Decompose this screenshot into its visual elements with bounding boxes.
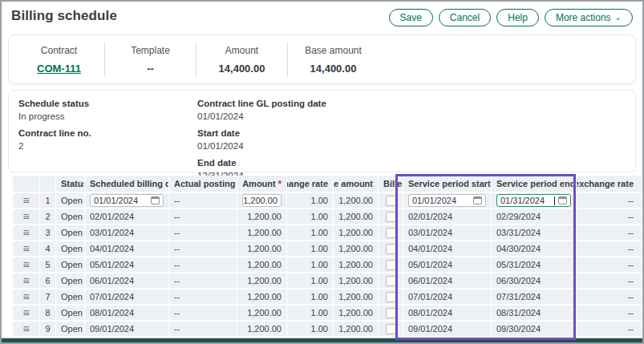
summary-base-amount-value: 14,400.00: [288, 63, 379, 75]
row-number: 2: [40, 209, 56, 224]
cell-status: Open: [56, 209, 85, 224]
cell-actual-posting-date: --: [169, 257, 237, 272]
cell-base-amount: 1,200.00: [334, 322, 379, 336]
cell-status: Open: [56, 306, 85, 320]
drag-handle-icon[interactable]: ≡: [22, 325, 29, 333]
header-exchange-rate: Exchange rate: [287, 176, 334, 192]
calendar-icon[interactable]: [558, 196, 567, 204]
table-row: ≡5Open05/01/2024--1,200.001.001,200.0005…: [13, 257, 642, 272]
cell-base-amount: 1,200.00: [334, 225, 379, 240]
save-button[interactable]: Save: [389, 9, 433, 26]
service-period-end-date-input[interactable]: 01/31/2024: [496, 194, 571, 207]
billed-checkbox[interactable]: [386, 292, 396, 302]
scheduled-billing-date-input-value: 01/01/2024: [94, 196, 138, 205]
billing-schedule-table: Status Scheduled billing date* Actual po…: [13, 176, 642, 344]
service-period-start-date-input[interactable]: 01/01/2024: [408, 194, 486, 207]
amount-input[interactable]: 1,200.00: [242, 194, 281, 207]
cell-scheduled-billing-date: 06/01/2024: [85, 273, 169, 288]
cell-base-amount: 1,200.00: [334, 209, 379, 224]
help-button[interactable]: Help: [496, 9, 539, 26]
row-cell-drag: ≡: [13, 306, 40, 320]
cell-base-amount: 1,200.00: [334, 306, 379, 320]
calendar-icon[interactable]: [473, 196, 482, 204]
details-right-column: Contract line GL posting date 01/01/2024…: [197, 99, 626, 164]
service-period-start-date-input-value: 01/01/2024: [412, 196, 456, 205]
cell-status: Open: [56, 322, 85, 336]
header-actual-posting-date: Actual posting date: [169, 176, 237, 192]
row-cell-drag: ≡: [13, 225, 40, 240]
header-amount: Amount*: [237, 176, 287, 192]
billed-checkbox[interactable]: [386, 324, 396, 334]
cell-service-period-start-date: 07/01/2024: [403, 289, 492, 304]
summary-amount-label: Amount: [196, 45, 287, 56]
contract-summary-card: Contract COM-111 Template -- Amount 14,4…: [8, 34, 636, 84]
billed-checkbox[interactable]: [386, 244, 396, 254]
cell-billed: [379, 289, 403, 304]
action-buttons: Save Cancel Help More actions ⌄: [389, 9, 634, 26]
cell-scheduled-billing-date: 03/01/2024: [85, 225, 169, 240]
text-caret: [554, 196, 555, 205]
cancel-button[interactable]: Cancel: [439, 9, 491, 26]
calendar-icon[interactable]: [151, 196, 160, 204]
summary-template: Template --: [105, 42, 196, 78]
header-posted-exchange-rate: Posted exchange rate: [577, 176, 642, 192]
cell-actual-posting-date: --: [169, 322, 237, 336]
drag-handle-icon[interactable]: ≡: [22, 229, 29, 237]
cell-amount: 1,200.00: [237, 193, 287, 208]
more-actions-button[interactable]: More actions ⌄: [545, 9, 633, 26]
contract-link[interactable]: COM-111: [37, 63, 81, 75]
cell-scheduled-billing-date: 04/01/2024: [85, 241, 169, 256]
cell-service-period-start-date: 08/01/2024: [403, 306, 492, 320]
summary-contract: Contract COM-111: [14, 42, 104, 78]
summary-amount-value: 14,400.00: [196, 63, 287, 75]
cell-service-period-end-date: 07/31/2024: [492, 289, 577, 304]
cell-service-period-end-date: 02/29/2024: [492, 209, 577, 224]
drag-handle-icon[interactable]: ≡: [22, 245, 29, 253]
row-cell-drag: ≡: [13, 257, 40, 272]
billed-checkbox[interactable]: [386, 308, 396, 318]
drag-handle-icon[interactable]: ≡: [22, 261, 29, 269]
billed-checkbox[interactable]: [386, 276, 396, 286]
summary-template-label: Template: [105, 45, 196, 56]
cell-posted-exchange-rate: --: [577, 241, 642, 256]
billed-checkbox[interactable]: [386, 260, 396, 270]
table-row: ≡7Open07/01/2024--1,200.001.001,200.0007…: [13, 289, 642, 304]
cell-base-amount: 1,200.00: [334, 193, 379, 208]
start-date-label: Start date: [197, 128, 626, 138]
cell-amount: 1,200.00: [237, 225, 287, 240]
header-drag-column: [13, 176, 40, 192]
header-billed: Billed: [379, 176, 403, 192]
billed-checkbox[interactable]: [386, 212, 396, 222]
cell-billed: [379, 306, 403, 320]
cell-service-period-start-date: 03/01/2024: [403, 225, 492, 240]
cell-exchange-rate: 1.00: [287, 306, 334, 320]
table-row: ≡4Open04/01/2024--1,200.001.001,200.0004…: [13, 241, 642, 256]
cell-status: Open: [56, 273, 85, 288]
table-row: ≡2Open02/01/2024--1,200.001.001,200.0002…: [13, 209, 642, 224]
cell-exchange-rate: 1.00: [287, 193, 334, 208]
row-cell-drag: ≡: [13, 241, 40, 256]
cell-service-period-end-date: 03/31/2024: [492, 225, 577, 240]
cell-service-period-end-date: 04/30/2024: [492, 241, 577, 256]
cell-exchange-rate: 1.00: [287, 225, 334, 240]
cell-billed: [379, 241, 403, 256]
table-row: ≡8Open08/01/2024--1,200.001.001,200.0008…: [13, 306, 642, 320]
drag-handle-icon[interactable]: ≡: [22, 196, 29, 204]
cell-status: Open: [56, 241, 85, 256]
cell-amount: 1,200.00: [237, 257, 287, 272]
schedule-details-card: Schedule status In progress Contract lin…: [8, 90, 636, 172]
cell-amount: 1,200.00: [237, 306, 287, 320]
header-status: Status: [56, 176, 85, 192]
drag-handle-icon[interactable]: ≡: [22, 212, 29, 221]
billed-checkbox[interactable]: [386, 196, 396, 206]
drag-handle-icon[interactable]: ≡: [22, 293, 29, 301]
cell-base-amount: 1,200.00: [334, 257, 379, 272]
scheduled-billing-date-input[interactable]: 01/01/2024: [90, 194, 164, 207]
drag-handle-icon[interactable]: ≡: [22, 277, 29, 285]
drag-handle-icon[interactable]: ≡: [22, 309, 29, 317]
billed-checkbox[interactable]: [386, 228, 396, 238]
summary-template-value: --: [105, 63, 196, 75]
cell-actual-posting-date: --: [169, 306, 237, 320]
table-row: ≡1Open01/01/2024--1,200.001.001,200.0001…: [13, 193, 642, 208]
row-cell-drag: ≡: [13, 289, 40, 304]
